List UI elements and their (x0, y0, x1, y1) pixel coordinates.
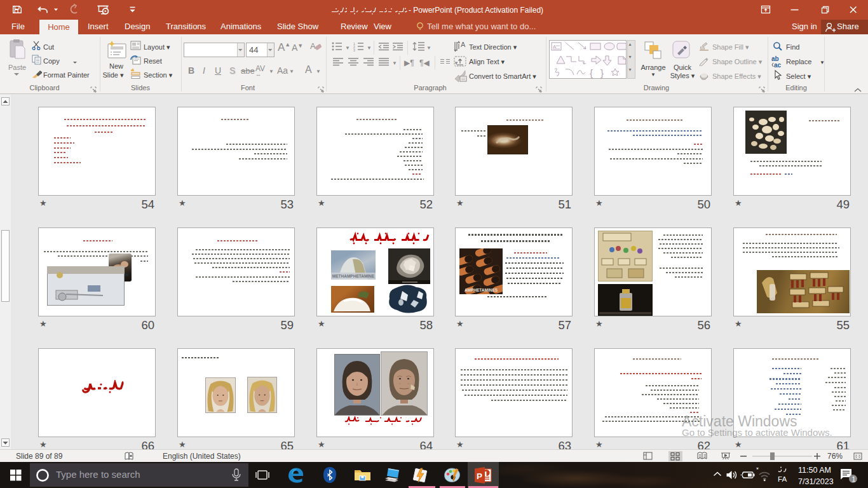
svg-text:A: A (461, 41, 466, 48)
svg-text:*: * (756, 468, 759, 473)
svg-text:ac: ac (774, 62, 782, 68)
svg-text:- PowerPoint (Product Activati: - PowerPoint (Product Activation Failed) (409, 6, 543, 15)
svg-text:1: 1 (851, 475, 855, 483)
svg-text:3: 3 (353, 48, 355, 52)
svg-text:A: A (310, 41, 316, 51)
svg-text:}: } (600, 67, 604, 78)
svg-text:{: { (590, 67, 593, 78)
svg-text:P: P (477, 471, 482, 481)
